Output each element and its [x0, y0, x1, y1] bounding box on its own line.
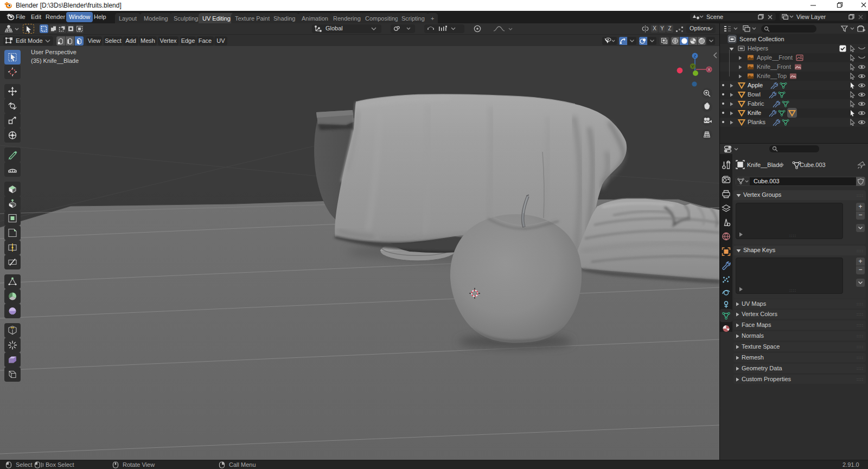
svg-text:X: X [707, 67, 711, 72]
svg-text:Y: Y [691, 64, 694, 69]
svg-text:Z: Z [694, 54, 697, 59]
